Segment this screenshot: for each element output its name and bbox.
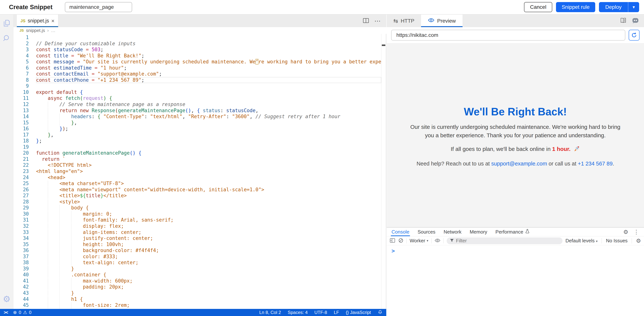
split-editor-icon[interactable] [363,18,369,24]
code-line[interactable]: 45font-size: 2rem; [14,302,381,308]
code-line[interactable]: 5const message = "Our site is currently … [14,59,381,65]
discord-icon[interactable] [632,17,639,25]
code-line[interactable]: 23<html lang="en"> [14,168,381,174]
console-settings-gear-icon[interactable]: ⚙ [636,237,641,244]
devtools-tab-sources[interactable]: Sources [418,228,435,236]
code-line[interactable]: 43} [14,290,381,296]
notifications-bell-icon[interactable] [378,309,382,316]
code-line[interactable]: 15}, [14,120,381,126]
snippet-name-input[interactable] [65,2,132,12]
breadcrumb[interactable]: JS snippet.js › … [14,27,386,34]
code-line[interactable]: 37color: #333; [14,253,381,260]
filter-input[interactable] [456,238,560,244]
code-line[interactable]: 20function generateMaintenancePage() { [14,150,381,156]
code-line[interactable]: 35height: 100vh; [14,241,381,247]
tab-preview[interactable]: Preview [421,15,462,27]
code-line[interactable]: 13return new Response(generateMaintenanc… [14,108,381,114]
code-line[interactable]: 2// Define your customizable inputs [14,41,381,47]
preview-url-bar [387,27,644,43]
code-line[interactable]: 6const estimatedTime = "1 hour"; [14,65,381,71]
code-line[interactable]: 7const contactEmail = "support@example.c… [14,71,381,77]
live-expression-eye-icon[interactable] [434,238,440,244]
devtools-tab-performance[interactable]: Performance [496,228,530,236]
remote-indicator-icon[interactable]: >< [4,310,8,315]
close-tab-icon[interactable]: × [51,18,54,24]
line-number: 27 [14,193,29,199]
encoding[interactable]: UTF-8 [314,310,327,315]
tab-snippet-js[interactable]: JS snippet.js × [17,15,58,27]
breadcrumb-file[interactable]: snippet.js [26,28,45,33]
code-line[interactable]: 42padding: 20px; [14,284,381,290]
indentation[interactable]: Spaces: 4 [288,310,308,315]
docs-book-icon[interactable] [620,17,627,25]
code-line[interactable]: 3const statusCode = 503; [14,47,381,53]
breadcrumb-symbol[interactable]: … [51,28,56,33]
code-editor[interactable]: 12// Define your customizable inputs3con… [14,34,381,309]
code-line[interactable]: 36background-color: #f4f4f4; [14,247,381,253]
devtools-tab-memory[interactable]: Memory [470,228,487,236]
code-line[interactable]: 11async fetch(request) { [14,95,381,101]
clear-console-icon[interactable] [398,238,404,244]
preview-tab-bar: ⇆ HTTP Preview [387,15,644,27]
devtools-tab-console[interactable]: Console [392,228,409,236]
console-sidebar-icon[interactable] [390,238,395,244]
console-filter[interactable] [447,237,562,244]
deploy-button[interactable]: Deploy [599,2,628,12]
code-line[interactable]: 16}); [14,126,381,132]
snippet-rule-button[interactable]: Snippet rule [556,2,595,12]
refresh-button[interactable] [629,30,640,41]
support-email-link[interactable]: support@example.com [491,161,547,167]
console-body[interactable]: > [387,245,644,254]
problems-status[interactable]: ⊗ 0 ⚠ 0 [13,310,32,315]
phone-link[interactable]: +1 234 567 89 [578,161,612,167]
code-line[interactable]: 17}, [14,132,381,138]
code-line[interactable]: 18}; [14,138,381,144]
no-issues-status[interactable]: No Issues [606,238,628,244]
experiment-flask-icon [525,229,530,235]
cursor-position[interactable]: Ln 8, Col 2 [259,310,281,315]
code-line[interactable]: 33align-items: center; [14,229,381,235]
code-line[interactable]: 4const title = "We'll Be Right Back!"; [14,53,381,59]
default-levels-dropdown[interactable]: Default levels ▾ [566,238,598,244]
code-line[interactable]: 40.container { [14,272,381,278]
code-line[interactable]: 41max-width: 600px; [14,278,381,284]
files-icon[interactable] [2,19,11,28]
code-line[interactable]: 12// Serve the maintenance page as a res… [14,101,381,108]
code-line[interactable]: 26<meta name="viewport" content="width=d… [14,187,381,193]
more-actions-icon[interactable]: ⋯ [374,17,381,25]
code-line[interactable]: 22<!DOCTYPE html> [14,162,381,168]
devtools-tab-network[interactable]: Network [444,228,462,236]
code-line[interactable]: 34justify-content: center; [14,235,381,241]
settings-gear-icon[interactable]: ⚙ [3,294,10,304]
search-icon[interactable] [2,34,11,43]
console-context-selector[interactable]: Worker ▾ [410,238,428,244]
deploy-dropdown-button[interactable]: ▾ [628,2,639,12]
code-line[interactable]: 32display: flex; [14,223,381,229]
devtools-settings-gear-icon[interactable]: ⚙ [623,229,628,235]
console-prompt-chevron[interactable]: > [392,247,395,254]
url-input[interactable] [391,30,625,41]
code-line[interactable]: 9 [14,83,381,89]
code-line[interactable]: 10export default { [14,89,381,95]
code-line[interactable]: 38text-align: center; [14,259,381,266]
code-line[interactable]: 25<meta charset="UTF-8"> [14,180,381,187]
code-line[interactable]: 1 [14,35,381,41]
code-line[interactable]: 30margin: 0; [14,211,381,217]
code-line[interactable]: 24<head> [14,174,381,181]
eol-sequence[interactable]: LF [334,310,339,315]
code-line[interactable]: 19 [14,144,381,150]
code-line[interactable]: 14headers: { "Content-Type": "text/html"… [14,114,381,120]
code-line[interactable]: 28<style> [14,199,381,205]
cancel-button[interactable]: Cancel [524,2,552,12]
code-line[interactable]: 44h1 { [14,296,381,302]
devtools-menu-kebab-icon[interactable]: ⋮ [634,229,639,235]
code-line[interactable]: 31font-family: Arial, sans-serif; [14,217,381,223]
language-mode[interactable]: {} JavaScript [346,310,371,315]
editor-scrollbar[interactable] [381,34,386,309]
code-line[interactable]: 21 return ` [14,156,381,162]
code-line[interactable]: 27<title>${title}</title> [14,193,381,199]
code-line[interactable]: 8const contactPhone = "+1 234 567 89"; [14,77,381,83]
code-line[interactable]: 39} [14,266,381,272]
tab-http[interactable]: ⇆ HTTP [387,15,421,27]
code-line[interactable]: 29body { [14,205,381,211]
